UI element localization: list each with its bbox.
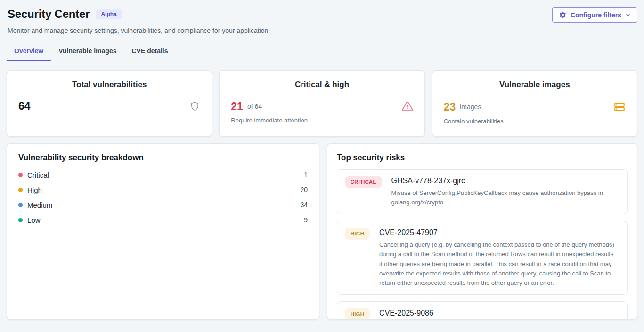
alert-triangle-icon (402, 101, 413, 112)
breakdown-row-high: High 20 (18, 182, 308, 197)
stat-card-critical-high: Critical & high 21 of 64 Require immedia… (219, 70, 424, 137)
breakdown-value: 34 (300, 201, 308, 209)
vulnerability-breakdown-panel: Vulnerability security breakdown Critica… (7, 143, 319, 320)
stat-card-total-vulnerabilities: Total vulnerabilities 64 (7, 70, 212, 137)
tabs-divider (0, 61, 644, 61)
stat-card-title: Vulnerable images (444, 80, 626, 89)
breakdown-label: High (27, 186, 42, 194)
top-security-risks-panel: Top security risks CRITICAL GHSA-v778-23… (327, 143, 637, 320)
critical-dot-icon (18, 173, 23, 177)
stat-subtext: Require immediate attention (231, 117, 413, 124)
tab-bar: Overview Vulnerable images CVE details (0, 42, 644, 61)
risk-id: CVE-2025-47907 (379, 228, 620, 237)
medium-dot-icon (18, 203, 23, 207)
stat-unit: of 64 (247, 103, 262, 110)
shield-icon (189, 101, 200, 112)
page-header: Security Center Alpha Configure filters … (0, 0, 644, 34)
breakdown-row-medium: Medium 34 (18, 197, 308, 212)
gear-icon (559, 11, 567, 19)
severity-badge: CRITICAL (345, 176, 382, 188)
tab-overview[interactable]: Overview (7, 42, 51, 61)
risk-id: GHSA-v778-237x-gjrc (391, 177, 620, 185)
risk-description: Misuse of ServerConfig.PublicKeyCallback… (391, 188, 620, 207)
low-dot-icon (18, 218, 23, 222)
stat-card-title: Critical & high (231, 80, 413, 89)
breakdown-label: Low (27, 216, 41, 224)
configure-filters-button[interactable]: Configure filters (552, 7, 637, 23)
tab-vulnerable-images[interactable]: Vulnerable images (51, 42, 124, 61)
high-dot-icon (18, 188, 23, 192)
severity-badge: HIGH (345, 308, 370, 320)
top-risks-title: Top security risks (337, 153, 628, 162)
stat-card-title: Total vulnerabilities (18, 80, 200, 89)
page-title: Security Center (8, 8, 90, 21)
tab-cve-details[interactable]: CVE details (124, 42, 175, 61)
breakdown-value: 9 (304, 216, 308, 224)
stat-card-vulnerable-images: Vulnerable images 23 images Contain vuln… (432, 70, 637, 137)
risk-item-cve-2025-47907[interactable]: HIGH CVE-2025-47907 Cancelling a query (… (337, 221, 628, 295)
chevron-down-icon (625, 12, 631, 18)
breakdown-value: 20 (300, 186, 308, 194)
breakdown-label: Critical (27, 171, 49, 179)
breakdown-value: 1 (304, 171, 308, 178)
alpha-badge: Alpha (96, 9, 121, 19)
stats-row: Total vulnerabilities 64 Critical & high… (7, 70, 637, 137)
stat-unit: images (460, 103, 481, 111)
risk-item-cve-2025-9086[interactable]: HIGH CVE-2025-9086 (337, 301, 628, 320)
severity-badge: HIGH (345, 228, 370, 240)
breakdown-row-low: Low 9 (18, 212, 308, 227)
stat-value: 64 (18, 101, 31, 112)
stat-value: 21 (231, 101, 243, 112)
breakdown-label: Medium (27, 201, 52, 209)
breakdown-row-critical: Critical 1 (18, 167, 308, 182)
risk-id: CVE-2025-9086 (379, 309, 620, 317)
breakdown-title: Vulnerability security breakdown (18, 153, 308, 162)
server-stack-icon (613, 101, 626, 113)
risk-item-ghsa-v778-237x-gjrc[interactable]: CRITICAL GHSA-v778-237x-gjrc Misuse of S… (337, 169, 628, 214)
security-center-page: Security Center Alpha Configure filters … (0, 0, 644, 332)
page-subtitle: Monitor and manage security settings, vu… (8, 27, 636, 34)
risk-description: Cancelling a query (e.g. by cancelling t… (379, 240, 617, 288)
configure-filters-label: Configure filters (571, 11, 621, 19)
stat-subtext: Contain vulnerabilities (444, 118, 626, 125)
stat-value: 23 (444, 102, 456, 113)
